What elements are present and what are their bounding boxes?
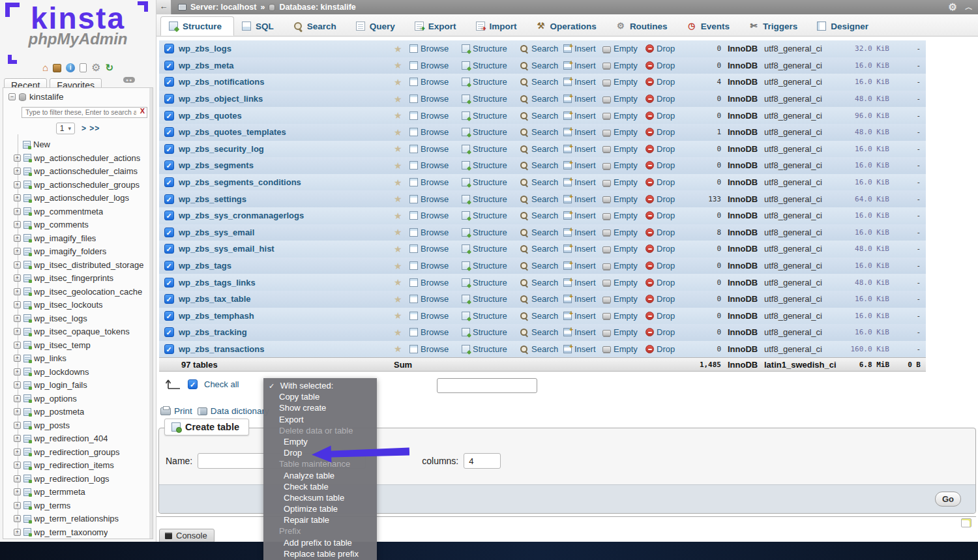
tree-item-wp_imagify_files[interactable]: + wp_imagify_files — [3, 231, 153, 245]
favorite-star-icon[interactable]: ★ — [394, 44, 402, 54]
drop-link[interactable]: Drop — [657, 211, 675, 220]
menu-item-add-prefix-to-table[interactable]: Add prefix to table — [263, 537, 377, 548]
row-checkbox[interactable]: ✓ — [164, 311, 174, 321]
tab-routines[interactable]: ⚙ Routines — [608, 16, 679, 36]
empty-link[interactable]: Empty — [614, 194, 638, 204]
expand-plus-icon[interactable]: + — [14, 155, 21, 162]
expand-plus-icon[interactable]: + — [14, 515, 21, 522]
collapse-panel-icon[interactable]: ︿ — [965, 2, 973, 13]
tree-item-wp_options[interactable]: + wp_options — [3, 392, 153, 405]
structure-link[interactable]: Structure — [473, 144, 507, 154]
expand-plus-icon[interactable]: + — [14, 274, 21, 282]
database-tree-root[interactable]: − kinstalife — [3, 88, 153, 103]
structure-link[interactable]: Structure — [473, 228, 507, 237]
insert-link[interactable]: Insert — [574, 160, 596, 170]
breadcrumb-database[interactable]: Database: kinstalife — [279, 3, 355, 12]
favorite-star-icon[interactable]: ★ — [394, 227, 402, 237]
tree-item-wp_itsec_lockouts[interactable]: + wp_itsec_lockouts — [3, 299, 153, 312]
tree-item-label[interactable]: wp_actionscheduler_actions — [34, 153, 140, 163]
menu-item-check-table[interactable]: Check table — [263, 481, 377, 492]
menu-item-analyze-table[interactable]: Analyze table — [263, 470, 377, 481]
console-button[interactable]: Console — [159, 529, 215, 543]
table-name-link[interactable]: wp_zbs_security_log — [179, 144, 264, 154]
row-checkbox[interactable]: ✓ — [164, 144, 174, 154]
tree-item-wp_term_taxonomy[interactable]: + wp_term_taxonomy — [3, 525, 153, 539]
structure-link[interactable]: Structure — [473, 244, 507, 254]
table-name-link[interactable]: wp_zbs_segments_conditions — [179, 177, 301, 187]
insert-link[interactable]: Insert — [574, 61, 596, 70]
columns-count-input[interactable]: 4 — [464, 453, 501, 469]
go-button[interactable]: Go — [935, 492, 961, 507]
browse-link[interactable]: Browse — [421, 194, 449, 204]
tree-item-label[interactable]: wp_options — [34, 394, 77, 404]
next-page-links[interactable]: > >> — [82, 124, 100, 133]
database-name[interactable]: kinstalife — [29, 92, 64, 102]
browse-link[interactable]: Browse — [421, 160, 449, 170]
favorite-star-icon[interactable]: ★ — [394, 94, 402, 104]
expand-plus-icon[interactable]: + — [14, 462, 21, 469]
tree-scrollbar[interactable] — [149, 88, 153, 538]
tree-item-wp_actionscheduler_claims[interactable]: + wp_actionscheduler_claims — [3, 165, 153, 179]
insert-link[interactable]: Insert — [574, 344, 596, 354]
tree-item-wp_posts[interactable]: + wp_posts — [3, 419, 153, 432]
search-link[interactable]: Search — [531, 311, 558, 321]
empty-link[interactable]: Empty — [614, 144, 638, 154]
empty-link[interactable]: Empty — [614, 261, 638, 271]
favorite-star-icon[interactable]: ★ — [394, 177, 402, 188]
drop-link[interactable]: Drop — [657, 144, 675, 154]
drop-link[interactable]: Drop — [657, 94, 675, 104]
favorite-star-icon[interactable]: ★ — [394, 261, 402, 271]
row-checkbox[interactable]: ✓ — [164, 177, 174, 187]
structure-link[interactable]: Structure — [473, 61, 507, 70]
drop-link[interactable]: Drop — [657, 278, 675, 287]
row-checkbox[interactable]: ✓ — [164, 44, 174, 53]
search-link[interactable]: Search — [531, 194, 558, 204]
tab-operations[interactable]: ⚒ Operations — [529, 16, 608, 36]
tree-item-label[interactable]: wp_termmeta — [34, 487, 85, 497]
tree-item-label[interactable]: wp_actionscheduler_claims — [34, 166, 138, 176]
expand-plus-icon[interactable]: + — [14, 208, 21, 215]
insert-link[interactable]: Insert — [574, 77, 596, 87]
tree-item-wp_terms[interactable]: + wp_terms — [3, 499, 153, 512]
browse-link[interactable]: Browse — [421, 61, 449, 70]
expand-plus-icon[interactable]: + — [14, 328, 21, 335]
tab-sql[interactable]: SQL — [234, 16, 286, 36]
insert-link[interactable]: Insert — [574, 94, 596, 104]
browse-link[interactable]: Browse — [421, 244, 449, 254]
data-dictionary-link[interactable]: Data dictionary — [198, 406, 269, 416]
structure-link[interactable]: Structure — [473, 344, 507, 354]
menu-item-optimize-table[interactable]: Optimize table — [263, 503, 377, 514]
tree-item-new[interactable]: New — [3, 138, 153, 152]
drop-link[interactable]: Drop — [657, 228, 675, 237]
expand-plus-icon[interactable]: + — [14, 502, 21, 509]
tree-item-label[interactable]: wp_actionscheduler_logs — [34, 193, 129, 203]
tab-query[interactable]: Query — [348, 16, 407, 36]
empty-link[interactable]: Empty — [614, 311, 638, 321]
structure-link[interactable]: Structure — [473, 211, 507, 220]
structure-link[interactable]: Structure — [473, 327, 507, 337]
insert-link[interactable]: Insert — [574, 261, 596, 271]
table-name-link[interactable]: wp_zbs_logs — [179, 44, 231, 53]
browse-link[interactable]: Browse — [421, 311, 449, 321]
drop-link[interactable]: Drop — [657, 44, 675, 53]
expand-plus-icon[interactable]: + — [14, 261, 21, 269]
structure-link[interactable]: Structure — [473, 94, 507, 104]
table-name-link[interactable]: wp_zbs_sys_cronmanagerlogs — [179, 211, 304, 220]
expand-plus-icon[interactable]: + — [14, 288, 21, 295]
drop-link[interactable]: Drop — [657, 261, 675, 271]
insert-link[interactable]: Insert — [574, 278, 596, 287]
expand-plus-icon[interactable]: + — [14, 435, 21, 442]
tree-item-label[interactable]: wp_term_relationships — [34, 514, 119, 523]
page-related-settings-icon[interactable] — [961, 518, 971, 527]
table-name-link[interactable]: wp_zbs_temphash — [179, 311, 254, 321]
empty-link[interactable]: Empty — [614, 211, 638, 220]
insert-link[interactable]: Insert — [574, 228, 596, 237]
tree-item-label[interactable]: New — [33, 140, 50, 149]
with-selected-select[interactable] — [437, 378, 537, 393]
tree-item-wp_redirection_404[interactable]: + wp_redirection_404 — [3, 432, 153, 446]
tree-item-label[interactable]: wp_imagify_files — [34, 233, 96, 243]
tab-export[interactable]: Export — [407, 16, 468, 36]
tree-item-label[interactable]: wp_imagify_folders — [34, 246, 106, 256]
tree-item-wp_termmeta[interactable]: + wp_termmeta — [3, 486, 153, 499]
drop-link[interactable]: Drop — [657, 311, 675, 321]
